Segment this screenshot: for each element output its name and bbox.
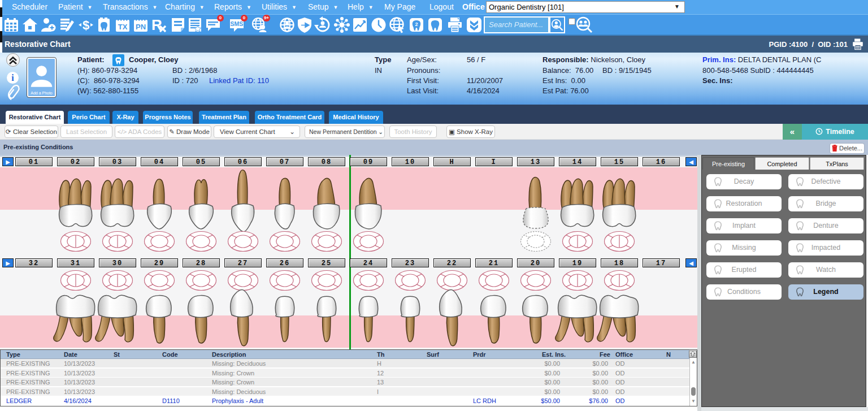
svg-text:TX: TX <box>118 23 128 31</box>
svg-text:PN: PN <box>136 23 146 31</box>
svg-text:2: 2 <box>415 21 418 27</box>
svg-text:$: $ <box>83 18 89 32</box>
svg-text:SMS: SMS <box>231 20 244 27</box>
